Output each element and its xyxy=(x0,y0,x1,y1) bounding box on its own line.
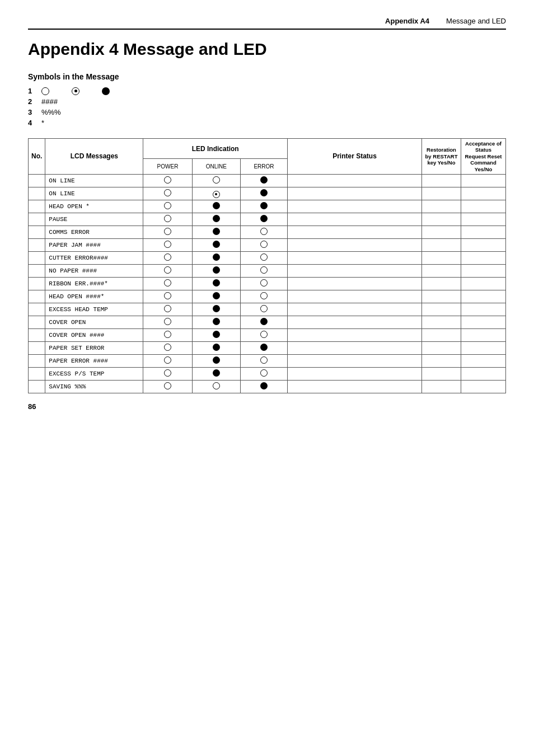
th-online: ONLINE xyxy=(192,159,240,175)
table-row: PAPER ERROR #### xyxy=(29,354,506,367)
row-no xyxy=(29,290,45,303)
led-power xyxy=(143,303,192,316)
lcd-message: HEAD OPEN ####* xyxy=(45,290,143,303)
lcd-message: COMMS ERROR xyxy=(45,226,143,238)
accept-cell xyxy=(461,341,506,354)
led-circle-empty xyxy=(164,241,171,248)
row-no xyxy=(29,264,45,277)
symbol-row-4: 4 * xyxy=(28,119,506,127)
th-status: Printer Status xyxy=(288,139,422,175)
led-circle-empty xyxy=(260,305,268,312)
led-online xyxy=(192,213,240,226)
led-online xyxy=(192,316,240,328)
led-online xyxy=(192,187,240,200)
printer-status xyxy=(288,354,422,367)
led-power xyxy=(143,187,192,200)
printer-status xyxy=(288,251,422,264)
led-power xyxy=(143,200,192,213)
led-power xyxy=(143,367,192,380)
restart-cell xyxy=(422,328,461,341)
led-online xyxy=(192,251,240,264)
led-circle-full xyxy=(213,356,220,364)
row-no xyxy=(29,251,45,264)
led-error xyxy=(240,187,287,200)
th-power: POWER xyxy=(143,159,192,175)
accept-cell xyxy=(461,316,506,328)
table-header-row: No. LCD Messages LED Indication Printer … xyxy=(29,139,506,159)
led-circle-empty xyxy=(164,189,171,196)
page-title: Appendix 4 Message and LED xyxy=(28,40,506,59)
led-circle-empty xyxy=(260,279,268,287)
row-no xyxy=(29,174,45,187)
led-circle-full xyxy=(213,318,220,325)
led-error xyxy=(240,213,287,226)
led-online xyxy=(192,328,240,341)
led-circle-empty xyxy=(213,382,220,389)
led-circle-empty xyxy=(164,176,171,184)
symbol-num-3: 3 xyxy=(28,108,41,116)
led-circle-empty xyxy=(260,228,268,235)
led-circle-empty xyxy=(164,228,171,235)
led-error xyxy=(240,264,287,277)
accept-cell xyxy=(461,264,506,277)
printer-status xyxy=(288,200,422,213)
led-circle-full xyxy=(213,344,220,351)
row-no xyxy=(29,226,45,238)
lcd-message: PAPER ERROR #### xyxy=(45,354,143,367)
accept-cell xyxy=(461,290,506,303)
symbol-num-1: 1 xyxy=(28,87,41,95)
led-power xyxy=(143,354,192,367)
led-online xyxy=(192,367,240,380)
table-row: PAPER JAM #### xyxy=(29,238,506,251)
lcd-message: NO PAPER #### xyxy=(45,264,143,277)
accept-cell xyxy=(461,277,506,290)
symbol-hash: #### xyxy=(41,97,58,106)
led-circle-full xyxy=(260,215,268,222)
led-circle-full xyxy=(213,241,220,248)
symbol-row-1: 1 xyxy=(28,87,506,95)
led-circle-full xyxy=(260,189,268,196)
page-header: Appendix A4 Message and LED xyxy=(28,17,506,30)
printer-status xyxy=(288,367,422,380)
led-online xyxy=(192,303,240,316)
led-power xyxy=(143,226,192,238)
led-error xyxy=(240,328,287,341)
led-error xyxy=(240,303,287,316)
led-power xyxy=(143,174,192,187)
printer-status xyxy=(288,290,422,303)
page-number: 86 xyxy=(28,402,506,411)
led-circle-empty xyxy=(164,215,171,222)
row-no xyxy=(29,354,45,367)
led-online xyxy=(192,174,240,187)
led-circle-full xyxy=(213,279,220,287)
symbols-list: 1 2 #### 3 %%% 4 * xyxy=(28,87,506,127)
led-circle-empty xyxy=(164,279,171,287)
led-power xyxy=(143,238,192,251)
led-circle-empty xyxy=(164,266,171,274)
th-restart: Restoration by RESTART key Yes/No xyxy=(422,139,461,175)
table-row: ON LINE xyxy=(29,187,506,200)
accept-cell xyxy=(461,174,506,187)
led-online xyxy=(192,380,240,393)
accept-cell xyxy=(461,200,506,213)
led-circle-empty xyxy=(164,369,171,377)
table-row: CUTTER ERROR#### xyxy=(29,251,506,264)
led-circle-empty xyxy=(260,241,268,248)
restart-cell xyxy=(422,174,461,187)
led-circle-empty xyxy=(260,253,268,261)
led-online xyxy=(192,290,240,303)
led-circle-full xyxy=(260,318,268,325)
restart-cell xyxy=(422,264,461,277)
led-error xyxy=(240,367,287,380)
appendix-label: Appendix A4 xyxy=(385,17,429,25)
restart-cell xyxy=(422,316,461,328)
led-power xyxy=(143,290,192,303)
led-error xyxy=(240,277,287,290)
led-circle-full xyxy=(213,202,220,209)
restart-cell xyxy=(422,367,461,380)
led-error xyxy=(240,316,287,328)
led-circle-full xyxy=(213,253,220,261)
accept-cell xyxy=(461,367,506,380)
led-circle-full xyxy=(213,215,220,222)
lcd-message: CUTTER ERROR#### xyxy=(45,251,143,264)
